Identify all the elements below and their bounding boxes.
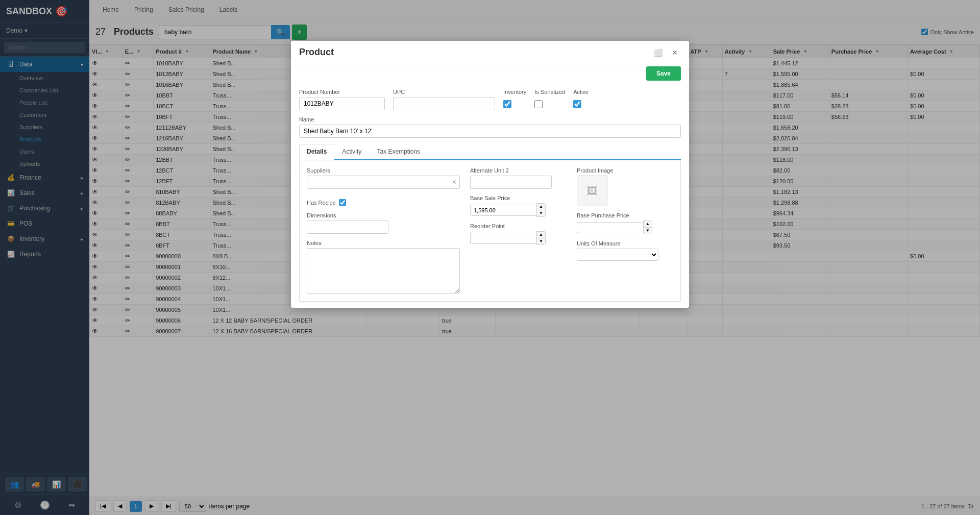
name-label: Name [299,116,681,122]
uom-group: Units Of Measure [577,240,673,261]
is-serialized-label: Is Serialized [534,89,565,95]
reorder-spinner: ▲ ▼ [470,231,567,245]
product-image-placeholder[interactable]: 🖼 [577,176,607,206]
notes-label: Notes [307,240,460,246]
product-number-group: Product Number [299,89,385,110]
reorder-input[interactable] [470,233,536,244]
base-sale-price-input[interactable] [470,205,536,216]
is-serialized-checkbox[interactable] [534,100,543,108]
suppliers-label: Suppliers [307,167,460,174]
has-recipe-group: Has Recipe [307,199,460,206]
tab-details[interactable]: Details [299,144,334,160]
product-dialog: Product ⬜ ✕ Save Product Number UPC [291,41,689,308]
product-number-label: Product Number [299,89,385,95]
spinner-down-reorder[interactable]: ▼ [537,238,545,244]
active-label: Active [573,89,589,95]
base-purchase-price-spinner: ▲ ▼ [577,220,673,234]
supplier-field: ✕ [307,176,460,189]
has-recipe-label: Has Recipe [307,200,336,206]
notes-group: Notes [307,240,460,294]
spinner-down[interactable]: ▼ [537,210,545,216]
product-number-input[interactable] [299,97,385,110]
uom-select[interactable] [577,249,658,261]
suppliers-input[interactable] [307,176,460,189]
product-image-group: Product Image 🖼 [577,167,673,206]
tab-content-details: Suppliers ✕ Has Recipe [299,160,681,302]
active-group: Active [573,89,589,110]
spinner-up[interactable]: ▲ [537,204,545,210]
base-purchase-price-input[interactable] [577,222,643,233]
close-button[interactable]: ✕ [669,47,681,58]
dialog-tabs: Details Activity Tax Exemptions [299,144,681,160]
inventory-label: Inventory [503,89,526,95]
alt-unit-input[interactable] [470,176,552,189]
dimensions-input[interactable] [307,220,388,234]
dialog-header: Product ⬜ ✕ [291,41,689,64]
alt-unit-label: Alternate Unit 2 [470,167,567,174]
modal-overlay[interactable]: Product ⬜ ✕ Save Product Number UPC [0,0,980,515]
upc-input[interactable] [393,97,495,110]
upc-label: UPC [393,89,495,95]
dimensions-label: Dimensions [307,212,460,218]
dialog-title: Product [299,47,334,58]
tab-activity[interactable]: Activity [334,144,369,159]
alt-unit-group: Alternate Unit 2 [470,167,567,189]
spinner-down-purchase[interactable]: ▼ [644,228,652,234]
active-checkbox[interactable] [573,100,581,108]
spinner-up-reorder[interactable]: ▲ [537,232,545,238]
clear-icon[interactable]: ✕ [452,179,457,186]
base-purchase-price-group: Base Purchase Price ▲ ▼ [577,212,673,234]
inventory-checkbox[interactable] [503,100,511,108]
notes-textarea[interactable] [307,248,460,294]
base-purchase-price-label: Base Purchase Price [577,212,673,218]
details-middle: Alternate Unit 2 Base Sale Price ▲ ▼ [470,167,567,294]
base-sale-price-group: Base Sale Price ▲ ▼ [470,195,567,217]
inventory-group: Inventory [503,89,526,110]
suppliers-group: Suppliers ✕ [307,167,460,189]
details-left: Suppliers ✕ Has Recipe [307,167,460,294]
dialog-controls: ⬜ ✕ [651,47,681,58]
tab-tax-exemptions[interactable]: Tax Exemptions [369,144,428,159]
spinner-up-purchase[interactable]: ▲ [644,221,652,228]
reorder-label: Reorder Point [470,223,567,229]
details-right: Product Image 🖼 Base Purchase Price [577,167,673,294]
base-sale-price-label: Base Sale Price [470,195,567,201]
base-sale-price-spinner: ▲ ▼ [470,203,567,217]
product-image-label: Product Image [577,167,673,174]
is-serialized-group: Is Serialized [534,89,565,110]
spinner-buttons-reorder: ▲ ▼ [536,231,546,245]
dimensions-group: Dimensions [307,212,460,234]
maximize-button[interactable]: ⬜ [651,47,666,58]
form-row-1: Product Number UPC Inventory Is Serializ… [299,89,681,110]
dialog-body: Product Number UPC Inventory Is Serializ… [291,83,689,308]
uom-label: Units Of Measure [577,240,673,247]
upc-group: UPC [393,89,495,110]
spinner-buttons: ▲ ▼ [536,203,546,217]
has-recipe-checkbox[interactable] [339,199,346,206]
details-content: Suppliers ✕ Has Recipe [307,167,673,294]
name-input[interactable] [299,125,681,138]
dialog-save-area: Save [291,64,689,83]
reorder-group: Reorder Point ▲ ▼ [470,223,567,245]
image-icon: 🖼 [587,185,597,197]
save-button[interactable]: Save [646,66,681,81]
name-group: Name [299,116,681,138]
spinner-buttons-purchase: ▲ ▼ [643,220,652,234]
